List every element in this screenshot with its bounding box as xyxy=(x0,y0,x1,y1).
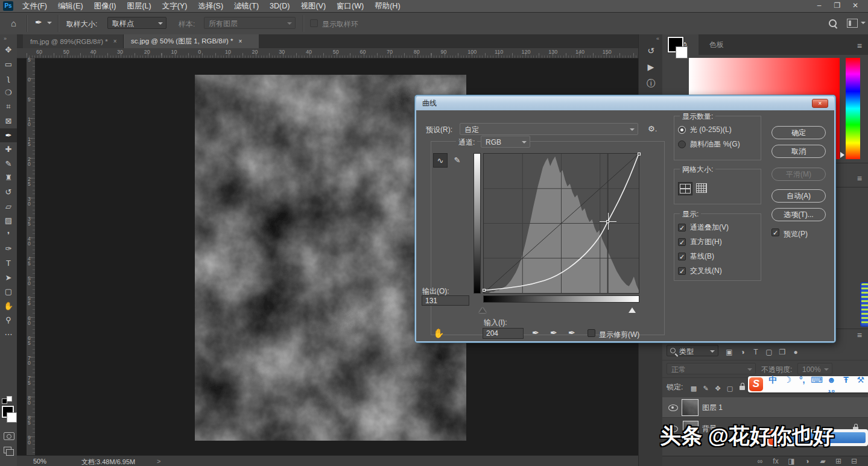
background-color-swatch[interactable] xyxy=(676,46,688,58)
skin-icon[interactable]: Ŧ xyxy=(838,375,853,394)
checkbox-baseline[interactable]: ✓ xyxy=(678,253,686,260)
input-method-mini-widget[interactable] xyxy=(860,282,868,327)
status-arrow-icon[interactable]: > xyxy=(157,458,160,465)
gray-point-eyedropper-icon[interactable]: ✒ xyxy=(550,328,561,339)
curve-grid[interactable] xyxy=(483,153,639,294)
quick-mask-icon[interactable] xyxy=(4,432,14,440)
tab-swatches[interactable]: 色板 xyxy=(699,34,735,55)
eraser-tool[interactable]: ▱ xyxy=(0,200,17,214)
actions-panel-icon[interactable]: ▶ xyxy=(639,59,663,75)
cancel-button[interactable]: 取消 xyxy=(771,145,826,158)
color-panel-menu-icon[interactable]: ≡ xyxy=(857,43,862,49)
options-button[interactable]: 选项(T)... xyxy=(771,208,826,221)
info-panel-icon[interactable]: ⓘ xyxy=(639,75,663,92)
eyedropper-tool-icon[interactable]: ✒ xyxy=(35,17,42,27)
eyedropper-tool[interactable]: ✒ xyxy=(0,128,17,143)
highlight-input-slider[interactable] xyxy=(629,304,636,313)
menu-item[interactable]: 图像(I) xyxy=(89,0,122,12)
curve-point[interactable] xyxy=(638,153,641,156)
shadow-input-slider[interactable] xyxy=(479,304,486,313)
dialog-close-button[interactable]: × xyxy=(812,99,828,108)
output-value-field[interactable]: 131 xyxy=(422,295,469,306)
menu-item[interactable]: 滤镜(T) xyxy=(229,0,264,12)
lock-artboard-icon[interactable]: ▢ xyxy=(724,385,736,392)
history-panel-icon[interactable]: ↺ xyxy=(639,43,663,59)
menu-item[interactable]: 图层(L) xyxy=(121,0,156,12)
clone-stamp-tool[interactable]: ♜ xyxy=(0,171,17,185)
filter-pixel-layers-icon[interactable]: ▣ xyxy=(723,348,736,356)
checkbox-channel-overlays[interactable]: ✓ xyxy=(678,224,686,231)
shape-tool[interactable]: ▢ xyxy=(0,285,17,299)
sample-size-dropdown[interactable]: 取样点 xyxy=(107,17,166,29)
new-layer-icon[interactable]: ⊞ xyxy=(831,457,846,465)
zoom-tool[interactable]: ⚲ xyxy=(0,313,17,327)
show-clipping-checkbox[interactable]: ✓ xyxy=(588,329,595,337)
document-tab-fm[interactable]: fm.jpg @ 89%(RGB/8#) * × xyxy=(23,34,124,48)
sogou-logo[interactable]: S xyxy=(749,377,763,391)
ok-button[interactable]: 确定 xyxy=(771,126,826,139)
lock-pixels-icon[interactable]: ✎ xyxy=(700,385,712,392)
type-tool[interactable]: T xyxy=(0,256,17,271)
hue-ramp[interactable] xyxy=(846,58,860,159)
toolbar-collapse-icon[interactable]: » xyxy=(0,34,17,43)
menu-item[interactable]: 文字(Y) xyxy=(157,0,193,12)
lock-transparent-icon[interactable]: ▩ xyxy=(688,385,700,392)
black-point-eyedropper-icon[interactable]: ✒ xyxy=(532,328,543,339)
curve-point[interactable] xyxy=(606,220,609,223)
move-tool[interactable]: ✥ xyxy=(0,43,17,57)
adjustment-layer-icon[interactable]: ◑ xyxy=(799,457,815,465)
screen-mode-icon[interactable] xyxy=(4,447,11,453)
filter-smart-objects-icon[interactable]: ❐ xyxy=(776,348,789,356)
keyboard-icon[interactable]: ⌨ xyxy=(809,375,824,394)
curve-point[interactable] xyxy=(483,289,486,292)
auto-button[interactable]: 自动(A) xyxy=(771,189,826,203)
filter-pin-icon[interactable]: ● xyxy=(789,348,802,356)
simple-grid-icon[interactable] xyxy=(678,182,692,195)
checkbox-histogram[interactable]: ✓ xyxy=(678,238,686,246)
brush-tool[interactable]: ✎ xyxy=(0,157,17,171)
layer-thumbnail[interactable] xyxy=(682,399,699,416)
moon-icon[interactable]: ☽ xyxy=(780,375,794,394)
punctuation-icon[interactable]: °, xyxy=(795,375,809,394)
menu-item[interactable]: 文件(F) xyxy=(17,0,52,12)
checkbox-intersection-line[interactable]: ✓ xyxy=(678,267,686,275)
home-icon[interactable]: ⌂ xyxy=(11,18,16,28)
layer-group-icon[interactable]: ▰ xyxy=(815,457,831,465)
filter-adjustment-layers-icon[interactable]: ◑ xyxy=(736,348,749,356)
gradient-tool[interactable]: ▨ xyxy=(0,213,17,228)
history-brush-tool[interactable]: ↺ xyxy=(0,185,17,200)
minimize-button[interactable]: – xyxy=(810,0,828,11)
healing-brush-tool[interactable]: ✚ xyxy=(0,142,17,157)
frame-tool[interactable]: ⊠ xyxy=(0,114,17,128)
blur-tool[interactable]: ❜ xyxy=(0,228,17,242)
preset-dropdown[interactable]: 自定 xyxy=(460,123,638,135)
hue-marker-icon[interactable] xyxy=(840,152,847,158)
layer-mask-icon[interactable]: ◨ xyxy=(784,457,799,465)
visibility-eye-icon[interactable] xyxy=(668,405,678,411)
path-selection-tool[interactable]: ➤ xyxy=(0,271,17,285)
tab-close-icon[interactable]: × xyxy=(239,38,242,45)
layers-panel-menu-icon[interactable]: ≡ xyxy=(857,332,862,338)
lasso-tool[interactable]: ʅ xyxy=(0,71,17,86)
radio-light[interactable] xyxy=(678,126,686,134)
menu-item[interactable]: 帮助(H) xyxy=(369,0,405,12)
layer-filter-dropdown[interactable]: 类型 xyxy=(667,345,718,356)
hand-tool[interactable]: ✋ xyxy=(0,299,17,313)
menu-item[interactable]: 选择(S) xyxy=(192,0,229,12)
radio-pigment[interactable] xyxy=(678,140,686,148)
lock-position-icon[interactable]: ✥ xyxy=(712,385,724,392)
preset-gear-icon[interactable]: ⚙. xyxy=(648,124,657,133)
detailed-grid-icon[interactable] xyxy=(695,182,709,195)
edit-toolbar[interactable]: ⋯ xyxy=(0,327,17,342)
menu-item[interactable]: 视图(V) xyxy=(295,0,331,12)
quick-selection-tool[interactable]: ❍ xyxy=(0,86,17,100)
workspace-icon[interactable] xyxy=(847,19,858,28)
link-layers-icon[interactable]: ∞ xyxy=(752,457,768,465)
layer-effects-icon[interactable]: fx xyxy=(768,457,784,465)
edit-points-curve-icon[interactable]: ∿ xyxy=(433,153,448,168)
filter-shape-layers-icon[interactable]: ▢ xyxy=(762,348,776,356)
chinese-mode-icon[interactable]: 中 xyxy=(765,375,780,394)
menu-item[interactable]: 窗口(W) xyxy=(331,0,369,12)
swap-colors-icon[interactable] xyxy=(2,396,15,405)
menu-item[interactable]: 编辑(E) xyxy=(52,0,89,12)
